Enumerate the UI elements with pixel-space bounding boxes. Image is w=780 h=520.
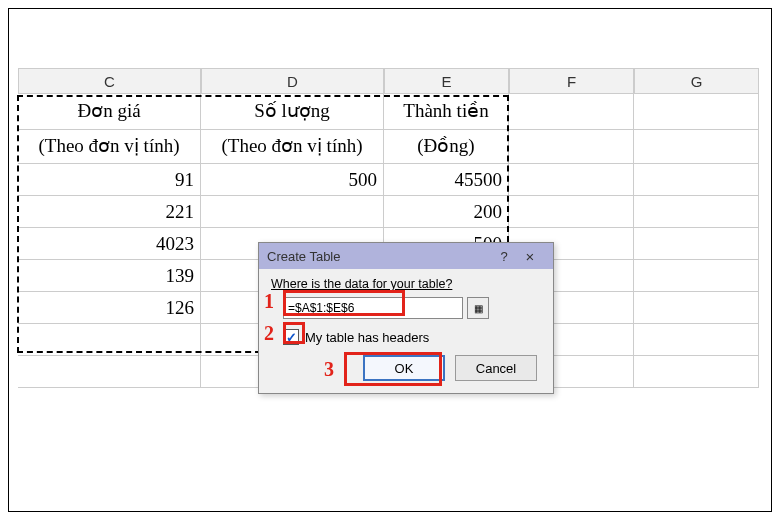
empty-cell[interactable] bbox=[18, 356, 201, 388]
table-header-row-1: Đơn giá Số lượng Thành tiền bbox=[18, 94, 759, 130]
cell-value[interactable]: 200 bbox=[384, 196, 509, 228]
subheader-so-luong[interactable]: (Theo đơn vị tính) bbox=[201, 130, 384, 164]
cell-value[interactable]: 45500 bbox=[384, 164, 509, 196]
cancel-button[interactable]: Cancel bbox=[455, 355, 537, 381]
cell-value[interactable]: 126 bbox=[18, 292, 201, 324]
dialog-question: Where is the data for your table? bbox=[271, 277, 541, 291]
cell-value[interactable]: 91 bbox=[18, 164, 201, 196]
empty-cell[interactable] bbox=[634, 196, 759, 228]
cell-value[interactable] bbox=[201, 196, 384, 228]
callout-number-3: 3 bbox=[324, 358, 334, 381]
empty-cell[interactable] bbox=[18, 324, 201, 356]
close-icon[interactable]: × bbox=[515, 248, 545, 265]
cell-value[interactable]: 500 bbox=[201, 164, 384, 196]
empty-cell[interactable] bbox=[509, 94, 634, 130]
table-row: 91 500 45500 bbox=[18, 164, 759, 196]
callout-box-3 bbox=[344, 352, 442, 386]
col-header-E[interactable]: E bbox=[384, 68, 509, 94]
empty-cell[interactable] bbox=[509, 130, 634, 164]
cell-value[interactable]: 221 bbox=[18, 196, 201, 228]
headers-checkbox-label: My table has headers bbox=[305, 330, 429, 345]
empty-cell[interactable] bbox=[509, 164, 634, 196]
table-row: 221 200 bbox=[18, 196, 759, 228]
empty-cell[interactable] bbox=[634, 260, 759, 292]
empty-cell[interactable] bbox=[634, 130, 759, 164]
col-header-F[interactable]: F bbox=[509, 68, 634, 94]
empty-cell[interactable] bbox=[634, 164, 759, 196]
empty-cell[interactable] bbox=[634, 292, 759, 324]
col-header-C[interactable]: C bbox=[18, 68, 201, 94]
cell-value[interactable]: 4023 bbox=[18, 228, 201, 260]
empty-cell[interactable] bbox=[634, 324, 759, 356]
empty-cell[interactable] bbox=[509, 196, 634, 228]
header-don-gia[interactable]: Đơn giá bbox=[18, 94, 201, 130]
col-header-G[interactable]: G bbox=[634, 68, 759, 94]
callout-number-1: 1 bbox=[264, 290, 274, 313]
subheader-thanh-tien[interactable]: (Đồng) bbox=[384, 130, 509, 164]
dialog-title-text: Create Table bbox=[267, 249, 493, 264]
callout-box-1 bbox=[283, 290, 405, 316]
callout-box-2 bbox=[283, 322, 305, 344]
header-thanh-tien[interactable]: Thành tiền bbox=[384, 94, 509, 130]
empty-cell[interactable] bbox=[634, 228, 759, 260]
table-header-row-2: (Theo đơn vị tính) (Theo đơn vị tính) (Đ… bbox=[18, 130, 759, 164]
empty-cell[interactable] bbox=[634, 94, 759, 130]
help-icon[interactable]: ? bbox=[493, 249, 515, 264]
subheader-don-gia[interactable]: (Theo đơn vị tính) bbox=[18, 130, 201, 164]
header-so-luong[interactable]: Số lượng bbox=[201, 94, 384, 130]
empty-cell[interactable] bbox=[634, 356, 759, 388]
col-header-D[interactable]: D bbox=[201, 68, 384, 94]
dialog-titlebar[interactable]: Create Table ? × bbox=[259, 243, 553, 269]
column-header-row: C D E F G bbox=[18, 68, 759, 94]
cell-value[interactable]: 139 bbox=[18, 260, 201, 292]
range-picker-icon[interactable]: ▦ bbox=[467, 297, 489, 319]
callout-number-2: 2 bbox=[264, 322, 274, 345]
